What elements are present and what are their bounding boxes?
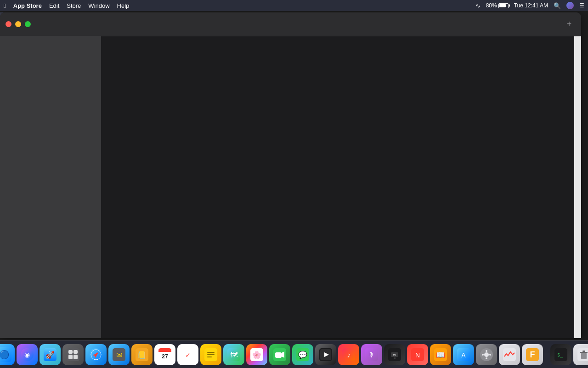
svg-text:✓: ✓ (185, 351, 191, 359)
dock-item-podcasts[interactable]: 🎙 (361, 344, 382, 365)
apple-menu[interactable]:  (4, 2, 6, 9)
dock-item-system-preferences[interactable] (476, 344, 497, 365)
dock-item-letteropener[interactable]: ✉ (108, 344, 130, 365)
svg-text:A: A (461, 351, 466, 359)
window-controls (6, 21, 31, 27)
dock-item-contacts[interactable]: 📒 (131, 344, 153, 365)
svg-rect-34 (275, 352, 282, 358)
edit-menu[interactable]: Edit (49, 2, 59, 9)
dock-item-fontbook[interactable]: F (522, 344, 543, 365)
svg-text:◉: ◉ (24, 351, 30, 358)
svg-rect-66 (581, 353, 587, 359)
dock: 🔵 ◉ 🚀 ✉ 📒 27 ✓ 🗺 🌸 💬 ♪ � (0, 340, 588, 368)
title-bar: + (0, 12, 581, 36)
help-menu[interactable]: Help (117, 2, 130, 9)
dock-item-messages[interactable]: 💬 (292, 344, 313, 365)
svg-point-58 (482, 354, 484, 356)
svg-rect-9 (68, 355, 73, 359)
svg-rect-27 (207, 356, 212, 357)
minimize-button[interactable] (15, 21, 21, 27)
battery-indicator: 80% (486, 2, 509, 9)
battery-icon (498, 3, 509, 8)
dock-item-siri[interactable]: ◉ (17, 344, 38, 365)
clock: Tue 12:41 AM (514, 2, 548, 9)
svg-text:📒: 📒 (137, 351, 147, 359)
dock-item-news[interactable]: N (407, 344, 428, 365)
dock-item-maps[interactable]: 🗺 (223, 344, 244, 365)
battery-percentage: 80% (486, 2, 497, 9)
dock-item-appstore[interactable]: A (453, 344, 474, 365)
svg-text:🌸: 🌸 (252, 351, 261, 359)
user-avatar[interactable] (566, 2, 574, 9)
svg-rect-8 (74, 350, 78, 354)
maximize-button[interactable] (25, 21, 31, 27)
main-area (0, 36, 581, 338)
svg-rect-20 (158, 351, 171, 352)
dock-item-imovie[interactable] (315, 344, 336, 365)
svg-text:🎙: 🎙 (368, 351, 375, 359)
svg-rect-46 (394, 357, 396, 359)
dock-item-launchpad[interactable]: 🚀 (40, 344, 61, 365)
svg-point-56 (486, 350, 487, 352)
dock-item-music[interactable]: ♪ (338, 344, 359, 365)
window-menu[interactable]: Window (88, 2, 109, 9)
app-window: + (0, 12, 581, 338)
svg-rect-67 (580, 352, 588, 353)
svg-text:N: N (415, 351, 420, 359)
svg-point-57 (486, 357, 487, 359)
svg-rect-25 (207, 352, 215, 353)
spotlight-search-icon[interactable]: 🔍 (554, 2, 561, 9)
scrollbar-track[interactable] (574, 36, 581, 338)
svg-text:📖: 📖 (436, 351, 445, 359)
dock-item-activity-monitor[interactable] (499, 344, 520, 365)
svg-text:🚀: 🚀 (45, 351, 55, 359)
dock-item-notes[interactable] (200, 344, 221, 365)
svg-point-59 (489, 354, 491, 356)
svg-text:27: 27 (162, 353, 168, 360)
store-menu[interactable]: Store (67, 2, 81, 9)
svg-point-55 (484, 352, 489, 357)
dock-item-calendar[interactable]: 27 (154, 344, 175, 365)
app-store-menu[interactable]: App Store (13, 2, 42, 9)
menu-bar-left:  App Store Edit Store Window Help (4, 2, 129, 9)
control-center-icon[interactable]: ☰ (579, 2, 584, 9)
svg-rect-68 (582, 351, 585, 352)
battery-fill (499, 4, 506, 7)
svg-text:tv: tv (393, 353, 396, 357)
dock-item-appletv[interactable]: tv (384, 344, 405, 365)
menu-bar:  App Store Edit Store Window Help ∿ 80%… (0, 0, 588, 11)
svg-rect-7 (68, 350, 73, 354)
svg-text:✉: ✉ (116, 351, 122, 359)
close-button[interactable] (6, 21, 11, 27)
dock-item-terminal[interactable]: $_ (550, 344, 571, 365)
svg-text:🔵: 🔵 (0, 350, 10, 360)
dock-item-books[interactable]: 📖 (430, 344, 451, 365)
wifi-icon: ∿ (475, 2, 481, 9)
main-content (101, 36, 574, 338)
svg-rect-10 (74, 355, 78, 359)
dock-item-facetime[interactable] (269, 344, 290, 365)
svg-rect-26 (207, 354, 215, 355)
svg-text:🗺: 🗺 (230, 351, 237, 359)
dock-item-trash[interactable] (573, 344, 588, 365)
sidebar (0, 36, 101, 338)
menu-bar-right: ∿ 80% Tue 12:41 AM 🔍 ☰ (475, 2, 584, 9)
svg-rect-60 (503, 348, 516, 361)
svg-rect-6 (67, 348, 79, 361)
dock-item-photos[interactable]: 🌸 (246, 344, 267, 365)
svg-text:♪: ♪ (347, 351, 351, 359)
svg-text:$_: $_ (557, 352, 563, 358)
add-tab-button[interactable]: + (563, 18, 576, 31)
svg-text:💬: 💬 (298, 351, 307, 359)
dock-item-mission-control[interactable] (62, 344, 84, 365)
dock-item-reminders[interactable]: ✓ (177, 344, 198, 365)
dock-item-safari[interactable] (85, 344, 107, 365)
dock-item-finder[interactable]: 🔵 (0, 344, 15, 365)
svg-text:F: F (530, 350, 535, 359)
